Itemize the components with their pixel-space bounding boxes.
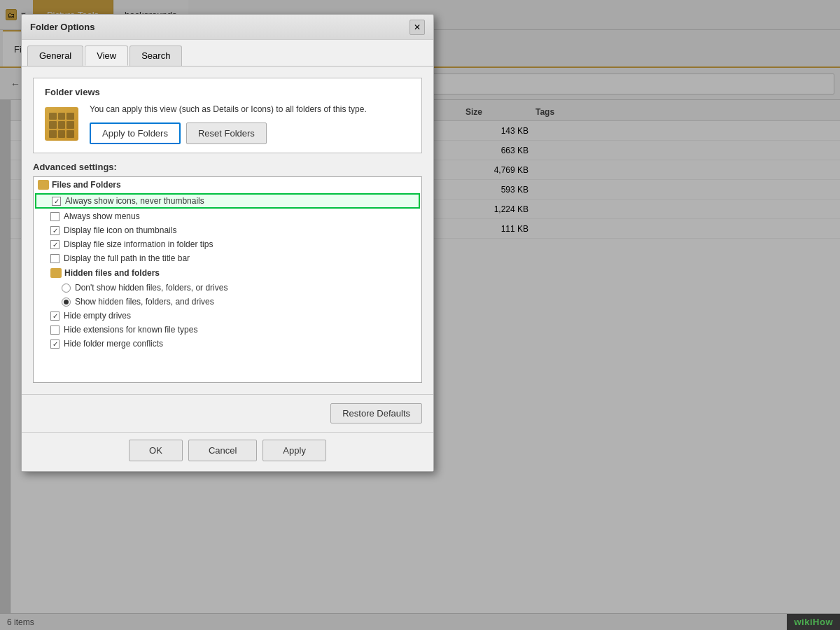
radio-6[interactable] (62, 284, 71, 293)
folder-options-dialog: Folder Options ✕ General View Search Fol… (21, 14, 434, 472)
folder-icon-grid (49, 113, 74, 138)
folder-views-text-area: You can apply this view (such as Details… (90, 103, 367, 144)
checkbox-8[interactable] (50, 312, 59, 321)
reset-folders-button[interactable]: Reset Folders (186, 122, 267, 144)
apply-button[interactable]: Apply (262, 440, 326, 461)
grid-cell-5 (58, 121, 66, 129)
modal-overlay: Folder Options ✕ General View Search Fol… (0, 0, 840, 630)
dialog-title-text: Folder Options (30, 22, 94, 32)
folder-views-title: Folder views (45, 87, 410, 97)
radio-7[interactable] (62, 298, 71, 307)
adv-item-2[interactable]: Display file icon on thumbnails (34, 223, 421, 237)
tab-view[interactable]: View (85, 46, 128, 66)
category-hidden-icon (50, 268, 62, 278)
adv-category-hidden: Hidden files and folders (34, 265, 421, 281)
adv-item-4[interactable]: Display the full path in the title bar (34, 251, 421, 265)
advanced-list[interactable]: Files and Folders Always show icons, nev… (33, 176, 422, 383)
dialog-close-button[interactable]: ✕ (410, 20, 425, 35)
checkbox-9[interactable] (50, 326, 59, 335)
adv-item-label-2: Display file icon on thumbnails (64, 225, 176, 235)
dialog-bottom-buttons: OK Cancel Apply (22, 432, 433, 471)
tab-general[interactable]: General (27, 46, 83, 66)
wikihow-badge: wikiHow (787, 614, 840, 630)
grid-cell-1 (49, 113, 57, 120)
adv-item-6[interactable]: Don't show hidden files, folders, or dri… (34, 281, 421, 295)
dialog-tabs: General View Search (22, 40, 433, 66)
adv-category-files: Files and Folders (34, 177, 421, 192)
checkbox-10[interactable] (50, 340, 59, 349)
folder-views-description: You can apply this view (such as Details… (90, 103, 367, 115)
adv-item-label-0: Always show icons, never thumbnails (65, 196, 204, 206)
grid-cell-9 (66, 130, 74, 138)
category-folder-icon (38, 180, 49, 190)
cancel-button[interactable]: Cancel (188, 440, 257, 461)
dialog-footer: Restore Defaults (22, 394, 433, 432)
adv-item-3[interactable]: Display file size information in folder … (34, 237, 421, 251)
adv-item-label-6: Don't show hidden files, folders, or dri… (75, 283, 227, 293)
folder-icon-large (45, 107, 78, 141)
dialog-title-bar: Folder Options ✕ (22, 15, 433, 40)
grid-cell-3 (66, 113, 74, 120)
apply-to-folders-button[interactable]: Apply to Folders (90, 122, 181, 144)
adv-item-8[interactable]: Hide empty drives (34, 309, 421, 323)
grid-cell-4 (49, 121, 57, 129)
checkbox-0[interactable] (52, 197, 61, 206)
adv-item-label-7: Show hidden files, folders, and drives (75, 297, 214, 307)
folder-views-group: Folder views (33, 78, 422, 153)
dialog-body: Folder views (22, 66, 433, 394)
adv-item-label-1: Always show menus (64, 211, 140, 221)
grid-cell-6 (66, 121, 74, 129)
adv-item-label-8: Hide empty drives (64, 311, 131, 321)
restore-defaults-button[interactable]: Restore Defaults (330, 403, 422, 424)
adv-item-label-3: Display file size information in folder … (64, 239, 213, 249)
tab-search[interactable]: Search (130, 46, 182, 66)
ok-button[interactable]: OK (129, 440, 183, 461)
folder-views-content: You can apply this view (such as Details… (45, 103, 410, 144)
checkbox-4[interactable] (50, 254, 59, 263)
adv-item-label-4: Display the full path in the title bar (64, 253, 190, 263)
grid-cell-7 (49, 130, 57, 138)
checkbox-2[interactable] (50, 226, 59, 235)
folder-views-buttons: Apply to Folders Reset Folders (90, 122, 367, 144)
checkbox-3[interactable] (50, 240, 59, 249)
adv-item-0[interactable]: Always show icons, never thumbnails (35, 193, 420, 209)
adv-item-1[interactable]: Always show menus (34, 209, 421, 223)
adv-item-7[interactable]: Show hidden files, folders, and drives (34, 295, 421, 309)
adv-item-9[interactable]: Hide extensions for known file types (34, 323, 421, 337)
adv-item-label-9: Hide extensions for known file types (64, 325, 197, 335)
advanced-settings-label: Advanced settings: (33, 162, 422, 172)
adv-item-10[interactable]: Hide folder merge conflicts (34, 337, 421, 351)
grid-cell-8 (58, 130, 66, 138)
checkbox-1[interactable] (50, 212, 59, 221)
adv-item-label-10: Hide folder merge conflicts (64, 339, 163, 349)
grid-cell-2 (58, 113, 66, 120)
